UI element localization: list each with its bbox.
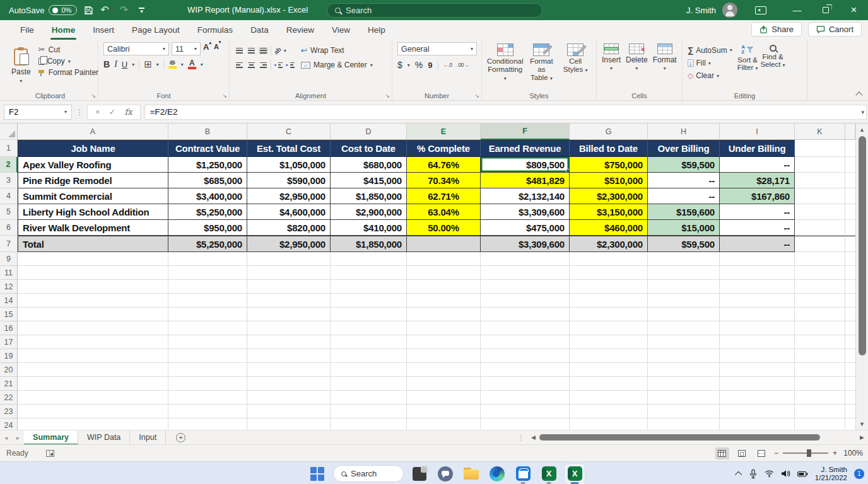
cell[interactable]: --: [720, 157, 795, 173]
scroll-down-icon[interactable]: ▼: [859, 421, 865, 427]
cell[interactable]: [407, 377, 481, 391]
shrink-font-button[interactable]: A▾: [214, 42, 221, 55]
cell[interactable]: [247, 266, 331, 280]
row-header-5[interactable]: 5: [0, 204, 18, 220]
formula-input[interactable]: =F2/E2: [144, 105, 867, 120]
cell[interactable]: [168, 321, 247, 335]
delete-cells-button[interactable]: × Delete ▾: [626, 43, 648, 90]
row-header-17[interactable]: 17: [0, 335, 18, 349]
cell[interactable]: [795, 321, 845, 335]
user-avatar[interactable]: [722, 3, 737, 18]
cell[interactable]: [481, 321, 570, 335]
volume-tray-button[interactable]: [781, 470, 790, 478]
cell[interactable]: [795, 377, 845, 391]
close-button[interactable]: ×: [840, 0, 868, 20]
row-header-11[interactable]: 11: [0, 266, 18, 280]
cell[interactable]: [795, 349, 845, 363]
cell[interactable]: [481, 377, 570, 391]
chevron-down-icon[interactable]: ▾: [181, 62, 184, 67]
increase-decimal-button[interactable]: ←.0: [443, 62, 452, 68]
conditional-formatting-button[interactable]: ConditionalFormatting ▾: [487, 43, 524, 90]
tab-help[interactable]: Help: [359, 20, 394, 40]
cell[interactable]: [845, 405, 855, 418]
row-header-1[interactable]: 1: [0, 140, 18, 157]
row-header-14[interactable]: 14: [0, 294, 18, 308]
cell[interactable]: [795, 391, 845, 405]
dialog-launcher-icon[interactable]: ↘: [91, 93, 96, 99]
cell[interactable]: [795, 236, 845, 252]
cell[interactable]: [720, 294, 795, 308]
cell[interactable]: [795, 266, 845, 280]
cell[interactable]: [795, 280, 845, 294]
table-header-cell[interactable]: Billed to Date: [570, 140, 648, 157]
row-header-3[interactable]: 3: [0, 173, 18, 188]
cell[interactable]: $680,000: [331, 157, 407, 173]
cell[interactable]: [795, 308, 845, 321]
cell[interactable]: [795, 188, 845, 204]
align-center-button[interactable]: [247, 62, 256, 69]
row-header-24[interactable]: 24: [0, 418, 18, 430]
cut-button[interactable]: ✂Cut: [38, 45, 98, 54]
row-header-2[interactable]: 2: [0, 157, 18, 173]
tab-review[interactable]: Review: [278, 20, 323, 40]
cell[interactable]: --: [648, 173, 720, 188]
cell[interactable]: [247, 377, 331, 391]
cell[interactable]: [407, 294, 481, 308]
table-header-cell[interactable]: Cost to Date: [331, 140, 407, 157]
row-header-23[interactable]: 23: [0, 405, 18, 418]
cell[interactable]: [481, 335, 570, 349]
cell[interactable]: $59,500: [648, 157, 720, 173]
cell[interactable]: $2,300,000: [570, 236, 648, 252]
vertical-scrollbar[interactable]: ▲ ▼: [855, 124, 868, 430]
cell[interactable]: [481, 391, 570, 405]
autosave-toggle[interactable]: AutoSave 0%: [9, 5, 77, 15]
cell[interactable]: $510,000: [570, 173, 648, 188]
percent-style-button[interactable]: %: [415, 60, 423, 70]
column-header-E[interactable]: E: [407, 124, 481, 140]
cell[interactable]: [407, 335, 481, 349]
cell[interactable]: [331, 294, 407, 308]
cell[interactable]: [168, 280, 247, 294]
cell[interactable]: [331, 308, 407, 321]
find-select-button[interactable]: Find &Select ▾: [760, 45, 785, 90]
cell[interactable]: [18, 418, 168, 430]
column-header-F[interactable]: F: [481, 124, 570, 140]
chevron-down-icon[interactable]: ▾: [408, 62, 410, 68]
chevron-down-icon[interactable]: ▾: [132, 62, 134, 67]
cell[interactable]: [18, 391, 168, 405]
scroll-right-icon[interactable]: ▶: [857, 434, 867, 441]
cell[interactable]: [331, 266, 407, 280]
cell[interactable]: [570, 280, 648, 294]
format-painter-button[interactable]: Format Painter: [38, 68, 98, 77]
cell[interactable]: [795, 363, 845, 377]
tab-strip-grip[interactable]: ⋮: [517, 434, 524, 442]
cell[interactable]: [795, 220, 845, 236]
cell[interactable]: [570, 391, 648, 405]
row-header-22[interactable]: 22: [0, 391, 18, 405]
cell[interactable]: [570, 266, 648, 280]
row-header-4[interactable]: 4: [0, 188, 18, 204]
zoom-slider-thumb[interactable]: [807, 449, 811, 457]
cell-selected[interactable]: $809,500: [481, 157, 570, 173]
cell[interactable]: [570, 321, 648, 335]
cell[interactable]: [845, 308, 855, 321]
notification-badge[interactable]: 1: [854, 469, 864, 479]
column-header-B[interactable]: B: [168, 124, 247, 140]
cell[interactable]: [168, 391, 247, 405]
cell[interactable]: --: [720, 236, 795, 252]
cell[interactable]: [247, 363, 331, 377]
cell[interactable]: [570, 252, 648, 266]
new-sheet-button[interactable]: +: [176, 433, 185, 442]
cell[interactable]: [720, 405, 795, 418]
cell[interactable]: $2,132,140: [481, 188, 570, 204]
microphone-tray-button[interactable]: [749, 469, 758, 479]
format-cells-button[interactable]: Format ▾: [653, 43, 677, 90]
tab-data[interactable]: Data: [242, 20, 278, 40]
cell[interactable]: $481,829: [481, 173, 570, 188]
cell[interactable]: [845, 418, 855, 430]
column-header-H[interactable]: H: [648, 124, 720, 140]
column-header-C[interactable]: C: [247, 124, 331, 140]
cell[interactable]: [481, 266, 570, 280]
cell[interactable]: [648, 363, 720, 377]
cell[interactable]: [845, 363, 855, 377]
